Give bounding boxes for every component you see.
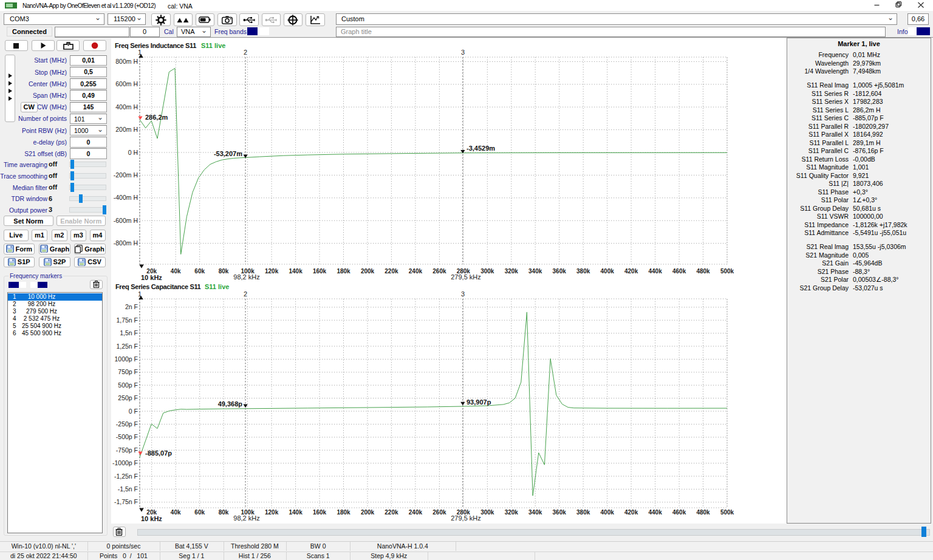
svg-text:500k: 500k (720, 509, 734, 516)
svg-text:180k: 180k (337, 268, 350, 275)
svg-text:Freq Series Capacitance S11: Freq Series Capacitance S11 (115, 283, 201, 290)
svg-text:S11 live: S11 live (205, 283, 229, 290)
svg-text:0 F: 0 F (129, 408, 138, 415)
svg-text:160k: 160k (313, 509, 327, 516)
svg-text:10 kHz: 10 kHz (141, 274, 162, 281)
svg-text:2: 2 (244, 290, 247, 298)
svg-text:400k: 400k (601, 509, 615, 516)
svg-text:320k: 320k (505, 268, 519, 275)
svg-text:60k: 60k (194, 509, 205, 516)
svg-text:240k: 240k (409, 268, 423, 275)
svg-text:1,5n F: 1,5n F (120, 329, 138, 336)
svg-text:440k: 440k (648, 509, 662, 516)
svg-text:-1000p F: -1000p F (112, 459, 138, 466)
svg-text:140k: 140k (289, 268, 302, 275)
svg-text:120k: 120k (265, 509, 279, 516)
svg-text:180k: 180k (337, 509, 350, 516)
svg-text:-3,4529m: -3,4529m (466, 145, 495, 152)
svg-text:98,2 kHz: 98,2 kHz (233, 514, 259, 522)
svg-text:-250p F: -250p F (116, 420, 138, 428)
svg-text:400k: 400k (601, 268, 615, 275)
svg-text:260k: 260k (432, 509, 446, 516)
svg-text:750p F: 750p F (118, 368, 138, 375)
svg-text:80k: 80k (219, 509, 229, 516)
svg-text:200m H: 200m H (115, 126, 138, 133)
svg-text:300k: 300k (480, 268, 494, 275)
svg-text:93,907p: 93,907p (466, 398, 491, 406)
svg-text:460k: 460k (672, 268, 686, 275)
svg-text:140k: 140k (289, 509, 302, 516)
svg-text:160k: 160k (313, 268, 327, 275)
svg-text:-800m H: -800m H (114, 239, 138, 247)
svg-text:340k: 340k (528, 268, 542, 275)
svg-text:500k: 500k (720, 268, 734, 275)
svg-text:40k: 40k (171, 509, 181, 516)
svg-text:10 kHz: 10 kHz (141, 515, 162, 522)
svg-text:120k: 120k (265, 268, 279, 275)
svg-text:1000p F: 1000p F (114, 355, 138, 363)
svg-text:260k: 260k (432, 268, 446, 275)
svg-text:1,25n F: 1,25n F (116, 343, 138, 350)
svg-text:279,5 kHz: 279,5 kHz (451, 514, 481, 522)
svg-text:220k: 220k (384, 509, 398, 516)
svg-text:440k: 440k (648, 268, 662, 275)
svg-text:0 H: 0 H (128, 149, 138, 156)
svg-text:480k: 480k (696, 509, 710, 516)
svg-text:-600m H: -600m H (114, 217, 138, 224)
svg-text:460k: 460k (672, 509, 686, 516)
svg-text:240k: 240k (409, 509, 423, 516)
svg-text:380k: 380k (576, 509, 590, 516)
svg-text:S11 live: S11 live (201, 42, 225, 49)
svg-text:500p F: 500p F (118, 381, 138, 389)
svg-text:420k: 420k (624, 509, 638, 516)
svg-text:2n F: 2n F (125, 303, 138, 310)
svg-text:49,368p: 49,368p (218, 400, 243, 408)
svg-text:-1,25n F: -1,25n F (114, 473, 138, 480)
svg-text:-1,5n F: -1,5n F (118, 485, 138, 493)
svg-text:220k: 220k (384, 268, 398, 275)
svg-text:600m H: 600m H (115, 80, 138, 87)
svg-text:420k: 420k (624, 268, 638, 275)
svg-text:360k: 360k (553, 509, 567, 516)
svg-text:60k: 60k (194, 268, 205, 275)
svg-text:98,2 kHz: 98,2 kHz (233, 273, 259, 281)
svg-text:-400m H: -400m H (114, 194, 138, 201)
svg-text:-750p F: -750p F (116, 446, 138, 454)
svg-text:-53,207m: -53,207m (214, 150, 242, 157)
svg-text:300k: 300k (480, 509, 494, 516)
svg-text:380k: 380k (576, 268, 590, 275)
svg-text:360k: 360k (553, 268, 567, 275)
svg-text:400m H: 400m H (115, 103, 138, 111)
svg-text:286,2m: 286,2m (145, 114, 168, 121)
svg-text:320k: 320k (505, 509, 519, 516)
svg-text:-500p F: -500p F (116, 433, 138, 440)
svg-text:-885,07p: -885,07p (145, 449, 172, 457)
svg-text:200k: 200k (361, 509, 375, 516)
svg-text:-200m H: -200m H (114, 171, 138, 179)
svg-text:250p F: 250p F (118, 394, 138, 401)
svg-text:3: 3 (461, 49, 465, 56)
svg-text:3: 3 (461, 290, 465, 298)
svg-text:279,5 kHz: 279,5 kHz (451, 273, 481, 281)
svg-text:-1,75n F: -1,75n F (114, 498, 138, 505)
svg-text:800m H: 800m H (115, 58, 138, 65)
svg-text:340k: 340k (528, 509, 542, 516)
svg-text:Freq Series Inductance S11: Freq Series Inductance S11 (115, 42, 196, 49)
svg-text:1,75n F: 1,75n F (116, 316, 138, 324)
svg-text:480k: 480k (696, 268, 710, 275)
svg-text:80k: 80k (219, 268, 229, 275)
svg-text:40k: 40k (171, 268, 181, 275)
svg-text:2: 2 (244, 49, 247, 56)
svg-text:200k: 200k (361, 268, 375, 275)
